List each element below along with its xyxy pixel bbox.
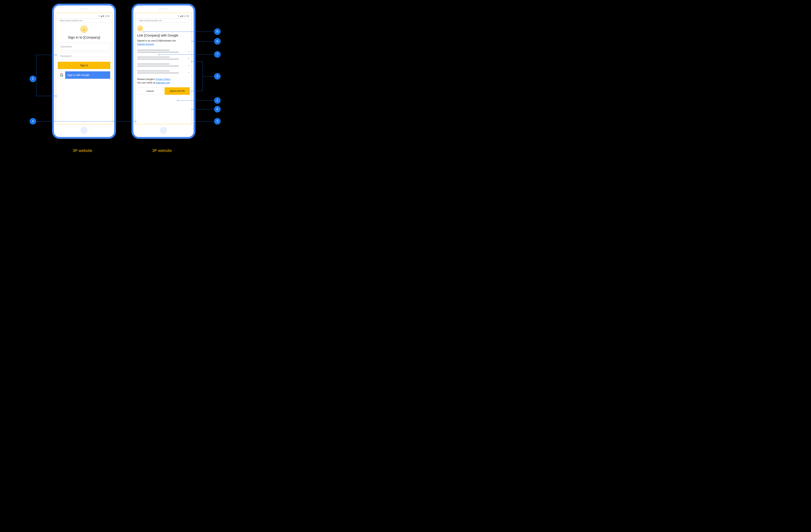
clock: 12:30 <box>105 15 110 17</box>
privacy-policy-link[interactable]: Privacy Policy <box>156 78 170 80</box>
leader-5b <box>36 96 56 96</box>
google-signin-button[interactable]: Sign in with Google <box>58 71 110 79</box>
permissions-list: ⌄ ⌄ ⌄ ⌄ <box>137 48 190 76</box>
consent-title: Link [Company] with Google <box>137 34 190 37</box>
clock: 12:30 <box>184 15 189 17</box>
speaker-slot <box>79 9 89 10</box>
permission-item[interactable]: ⌄ <box>137 55 190 62</box>
wifi-icon: ▾ <box>98 15 100 17</box>
unlink-row: You can unlink at example.com <box>137 81 190 84</box>
chevron-down-icon: ⌄ <box>188 63 190 66</box>
leader-2a <box>192 61 197 62</box>
agree-button[interactable]: Agree and link <box>165 87 190 95</box>
privacy-row: Review Google's Privacy Policy <box>137 78 190 80</box>
callout-2: 2 <box>214 73 221 80</box>
permission-item[interactable]: ⌄ <box>137 48 190 55</box>
google-signin-label: Sign in with Google <box>65 72 110 79</box>
battery-icon: ▮ <box>182 15 183 17</box>
google-g-icon <box>58 72 65 79</box>
signin-title: Sign in to [Company] <box>58 35 110 40</box>
signin-button[interactable]: Sign In <box>58 62 110 69</box>
chevron-down-icon: ⌄ <box>188 57 190 60</box>
phone-consent: ▾ ◢ ▮ 12:30 https://www.example.com ▲ Li… <box>132 4 196 139</box>
home-button[interactable] <box>80 127 88 134</box>
brand-row: ▲ <box>58 26 110 33</box>
signal-icon: ◢ <box>180 15 181 17</box>
username-field[interactable]: Username <box>58 43 110 50</box>
leader-2-stub <box>203 76 214 77</box>
action-row: Cancel Agree and link <box>137 87 190 95</box>
leader-6 <box>192 109 214 109</box>
screen-consent: ▾ ◢ ▮ 12:30 https://www.example.com ▲ Li… <box>135 13 192 124</box>
chevron-down-icon: ⌄ <box>188 50 190 52</box>
signed-in-text: Signed in as user123@example.com <box>137 39 190 42</box>
url-bar[interactable]: https://www.example.com <box>137 18 190 22</box>
change-account-link[interactable]: change account <box>137 43 154 45</box>
status-bar: ▾ ◢ ▮ 12:30 <box>58 15 110 17</box>
caption-right: 3P website <box>152 148 172 153</box>
permission-item[interactable]: ⌄ <box>137 69 190 76</box>
signal-icon: ◢ <box>101 15 102 17</box>
screen-signin: ▾ ◢ ▮ 12:30 https://www.example.com ▲ Si… <box>56 13 112 124</box>
callout-8: 8 <box>214 28 221 35</box>
callout-4: 4 <box>30 118 36 124</box>
wifi-icon: ▾ <box>178 15 179 17</box>
callout-6: 6 <box>214 106 221 112</box>
callout-1: 1 <box>214 97 221 104</box>
callout-A: A <box>214 38 221 45</box>
chevron-down-icon: ⌄ <box>188 71 190 73</box>
battery-icon: ▮ <box>103 15 104 17</box>
brace-2 <box>197 61 203 91</box>
phone-signin: ▾ ◢ ▮ 12:30 https://www.example.com ▲ Si… <box>52 4 116 139</box>
leader-A <box>192 41 214 42</box>
cancel-button[interactable]: Cancel <box>137 87 163 95</box>
password-field[interactable]: Password <box>58 52 110 60</box>
url-bar[interactable]: https://www.example.com <box>58 18 110 22</box>
company-logo-icon: ▲ <box>137 26 143 31</box>
company-logo-icon: ▲ <box>80 26 88 33</box>
caption-left: 3P website <box>73 148 92 153</box>
status-bar: ▾ ◢ ▮ 12:30 <box>137 15 190 17</box>
leader-5-stub <box>33 79 36 79</box>
speaker-slot <box>159 9 168 10</box>
leader-5-vert <box>36 55 36 96</box>
permission-item[interactable]: ⌄ <box>137 62 190 69</box>
home-button[interactable] <box>160 127 167 134</box>
callout-3: 3 <box>214 118 221 124</box>
unlink-domain-link[interactable]: example.com <box>156 81 170 84</box>
callout-7: 7 <box>214 51 221 58</box>
